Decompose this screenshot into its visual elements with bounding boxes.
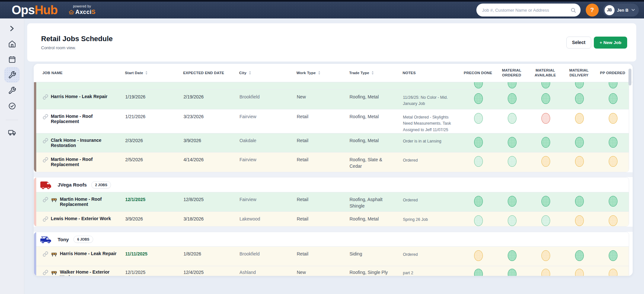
notes: Metal Ordered - Skylights Need Measureme… xyxy=(401,109,461,133)
status-dot[interactable] xyxy=(575,196,584,207)
status-dot[interactable] xyxy=(508,137,516,148)
sidebar-item-jobs[interactable] xyxy=(4,67,20,83)
status-dot[interactable] xyxy=(609,156,617,167)
col-start-date[interactable]: Start Date xyxy=(123,71,181,75)
col-city[interactable]: City xyxy=(237,71,294,75)
status-dot[interactable] xyxy=(474,93,483,104)
status-dot[interactable] xyxy=(508,82,516,88)
end-date: 4/14/2026 xyxy=(182,153,238,172)
jobs-count-badge: 2 JOBS xyxy=(91,181,111,188)
status-dot[interactable] xyxy=(474,113,483,124)
new-job-button[interactable]: + New Job xyxy=(594,37,627,49)
sidebar-item-service[interactable] xyxy=(4,83,20,98)
status-dot[interactable] xyxy=(541,93,550,104)
status-dot[interactable] xyxy=(609,269,617,276)
table-row[interactable]: Clark Home - Insurance Restoration 2/3/2… xyxy=(34,133,629,153)
status-dot[interactable] xyxy=(474,196,483,207)
job-name[interactable]: Harris Home - Leak Repair xyxy=(60,251,117,256)
job-name[interactable]: Harris Home - Leak Repair xyxy=(51,94,107,99)
sidebar-item-home[interactable] xyxy=(4,36,20,51)
wrench-icon xyxy=(8,71,16,79)
job-name[interactable]: Clark Home - Insurance Restoration xyxy=(51,138,112,148)
status-dot[interactable] xyxy=(541,82,550,88)
app-logo[interactable]: OpsHub xyxy=(12,4,58,16)
status-dot[interactable] xyxy=(474,250,483,261)
sidebar-item-calendar[interactable] xyxy=(4,51,20,67)
link-icon[interactable] xyxy=(43,197,48,202)
group-header[interactable]: JVega Roofs 2 JOBS xyxy=(34,177,629,192)
page-header: Retail Jobs Schedule Control room view. … xyxy=(27,23,636,62)
link-icon[interactable] xyxy=(43,138,48,143)
status-dot[interactable] xyxy=(541,156,550,167)
status-dot[interactable] xyxy=(541,250,550,261)
status-dot[interactable] xyxy=(575,269,584,276)
sidebar-item-approvals[interactable] xyxy=(4,98,20,114)
status-dot[interactable] xyxy=(609,137,617,148)
status-dot[interactable] xyxy=(609,113,617,124)
status-dot[interactable] xyxy=(575,82,584,88)
table-row[interactable] xyxy=(34,82,629,90)
link-icon[interactable] xyxy=(43,157,48,163)
status-dot[interactable] xyxy=(508,215,516,226)
status-dot[interactable] xyxy=(575,113,584,124)
status-dot[interactable] xyxy=(508,156,516,167)
truck-icon xyxy=(8,129,16,137)
group-header[interactable]: Tony 6 JOBS xyxy=(34,232,629,247)
status-dot[interactable] xyxy=(575,215,584,226)
scrollbar-thumb[interactable] xyxy=(628,69,631,85)
table-row[interactable]: Lewis Home - Exterior Work 3/9/2026 3/18… xyxy=(34,212,629,226)
link-icon[interactable] xyxy=(43,216,48,222)
status-dot[interactable] xyxy=(541,269,550,276)
status-dot[interactable] xyxy=(474,269,483,276)
search-input[interactable] xyxy=(482,8,571,13)
col-trade-type[interactable]: Trade Type xyxy=(347,71,401,75)
table-row[interactable]: Walker Home - Exterior Work 12/1/2025 12… xyxy=(34,266,629,276)
status-dot[interactable] xyxy=(541,113,550,124)
table-row[interactable]: Harris Home - Leak Repair 1/19/2026 2/19… xyxy=(34,90,629,109)
status-dot[interactable] xyxy=(508,113,516,124)
user-menu[interactable]: JB Jen B xyxy=(603,4,639,17)
status-dot[interactable] xyxy=(508,269,516,276)
status-dot[interactable] xyxy=(541,137,550,148)
job-group: JVega Roofs 2 JOBS Martin Home - Roof Re… xyxy=(34,177,629,227)
status-dot[interactable] xyxy=(575,250,584,261)
status-dot[interactable] xyxy=(474,215,483,226)
status-dot[interactable] xyxy=(575,137,584,148)
sidebar-expand-chevron-icon[interactable] xyxy=(9,26,15,31)
link-icon[interactable] xyxy=(43,251,48,257)
col-work-type[interactable]: Work Type xyxy=(294,71,347,75)
select-button[interactable]: Select xyxy=(566,37,591,49)
end-date: 2/19/2026 xyxy=(182,90,238,109)
status-dot[interactable] xyxy=(609,215,617,226)
job-name[interactable]: Martin Home - Roof Replacement xyxy=(60,197,121,207)
status-dot[interactable] xyxy=(508,250,516,261)
table-row[interactable]: Martin Home - Roof Replacement 1/21/2026… xyxy=(34,109,629,133)
link-icon[interactable] xyxy=(43,94,48,100)
sidebar-item-fleet[interactable] xyxy=(4,125,20,140)
job-name[interactable]: Lewis Home - Exterior Work xyxy=(51,216,111,221)
table-row[interactable]: Martin Home - Roof Replacement 12/1/2025… xyxy=(34,192,629,212)
table-row[interactable]: Harris Home - Leak Repair 11/11/2025 1/8… xyxy=(34,247,629,266)
status-dot[interactable] xyxy=(474,82,483,88)
notes: Ordered xyxy=(401,192,461,211)
job-name[interactable]: Martin Home - Roof Replacement xyxy=(51,114,112,124)
status-dot[interactable] xyxy=(474,156,483,167)
status-dot[interactable] xyxy=(508,196,516,207)
table-row[interactable]: Martin Home - Roof Replacement 2/5/2026 … xyxy=(34,153,629,172)
status-dot[interactable] xyxy=(609,250,617,261)
status-dot[interactable] xyxy=(609,196,617,207)
status-dot[interactable] xyxy=(474,137,483,148)
status-dot[interactable] xyxy=(541,215,550,226)
status-dot[interactable] xyxy=(575,156,584,167)
help-button[interactable]: ? xyxy=(586,4,599,17)
status-dot[interactable] xyxy=(609,93,617,104)
status-dot[interactable] xyxy=(609,82,617,88)
city: Lakewood xyxy=(238,212,295,226)
job-name[interactable]: Walker Home - Exterior Work xyxy=(60,269,121,276)
link-icon[interactable] xyxy=(43,114,48,119)
link-icon[interactable] xyxy=(43,270,48,275)
status-dot[interactable] xyxy=(541,196,550,207)
status-dot[interactable] xyxy=(575,93,584,104)
job-name[interactable]: Martin Home - Roof Replacement xyxy=(51,157,112,167)
status-dot[interactable] xyxy=(508,93,516,104)
